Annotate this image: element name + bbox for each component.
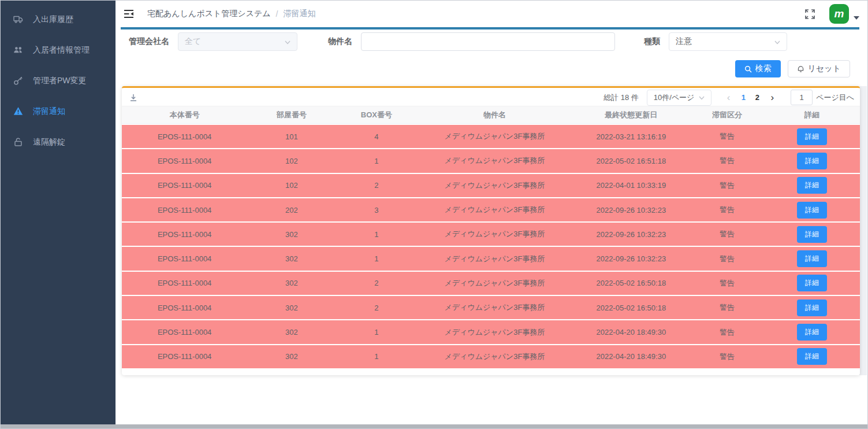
download-icon[interactable] bbox=[129, 93, 138, 102]
property-cell: メディウムジャパン3F事務所 bbox=[417, 302, 572, 313]
unlock-icon bbox=[13, 137, 23, 147]
sidebar-item-label: 遠隔解錠 bbox=[33, 137, 65, 147]
type-select[interactable]: 注意 bbox=[669, 32, 787, 51]
room-cell: 102 bbox=[247, 157, 336, 165]
detail-button[interactable]: 詳細 bbox=[797, 202, 827, 219]
unit-cell: EPOS-111-0004 bbox=[122, 279, 247, 287]
breadcrumb-root[interactable]: 宅配あんしんポスト管理システム bbox=[147, 9, 271, 19]
detail-button[interactable]: 詳細 bbox=[797, 153, 827, 169]
reset-button[interactable]: リセット bbox=[788, 60, 850, 77]
page-size-select[interactable]: 10件/ページ bbox=[647, 90, 711, 106]
sidebar-item-remote-unlock[interactable]: 遠隔解錠 bbox=[1, 127, 116, 157]
room-cell: 102 bbox=[247, 181, 336, 190]
detail-button[interactable]: 詳細 bbox=[797, 299, 827, 316]
category-cell: 警告 bbox=[690, 180, 764, 191]
room-cell: 101 bbox=[247, 132, 336, 141]
property-cell: メディウムジャパン3F事務所 bbox=[417, 180, 572, 191]
detail-button[interactable]: 詳細 bbox=[797, 275, 827, 291]
table-row: EPOS-111-0004 302 1 メディウムジャパン3F事務所 2022-… bbox=[122, 223, 860, 246]
property-input[interactable] bbox=[361, 32, 615, 51]
updated-cell: 2022-04-20 18:49:30 bbox=[572, 328, 690, 336]
property-cell: メディウムジャパン3F事務所 bbox=[417, 327, 572, 338]
sidebar-item-admin-pw-change[interactable]: 管理者PW変更 bbox=[1, 65, 116, 96]
column-header-updated: 最終状態更新日 bbox=[572, 110, 690, 120]
detail-button[interactable]: 詳細 bbox=[797, 324, 827, 341]
column-header-category: 滞留区分 bbox=[690, 110, 764, 120]
fullscreen-icon[interactable] bbox=[804, 9, 815, 20]
filter-actions: 検索 リセット bbox=[735, 60, 850, 77]
filter-bar: 管理会社名 全て 物件名 種類 注意 bbox=[129, 32, 850, 51]
property-label: 物件名 bbox=[328, 36, 352, 47]
detail-button[interactable]: 詳細 bbox=[797, 128, 827, 145]
sidebar-item-retention-notice[interactable]: 滞留通知 bbox=[1, 96, 116, 127]
category-cell: 警告 bbox=[690, 254, 764, 264]
sidebar-item-label: 入居者情報管理 bbox=[33, 45, 90, 56]
property-cell: メディウムジャパン3F事務所 bbox=[417, 131, 572, 142]
next-page-button[interactable]: › bbox=[764, 93, 780, 102]
chevron-down-icon bbox=[698, 94, 705, 101]
property-cell: メディウムジャパン3F事務所 bbox=[417, 278, 572, 289]
total-count: 総計 18 件 bbox=[603, 93, 639, 103]
room-cell: 202 bbox=[247, 206, 336, 214]
avatar-letter: m bbox=[835, 10, 844, 18]
scrollbar-track[interactable] bbox=[859, 86, 867, 375]
property-cell: メディウムジャパン3F事務所 bbox=[417, 205, 572, 215]
users-icon bbox=[13, 45, 23, 55]
chevron-down-icon[interactable] bbox=[854, 16, 859, 20]
column-header-unit: 本体番号 bbox=[122, 110, 247, 120]
sidebar-item-resident-info[interactable]: 入居者情報管理 bbox=[1, 35, 116, 65]
company-select[interactable]: 全て bbox=[178, 32, 297, 51]
room-cell: 302 bbox=[247, 254, 336, 263]
category-cell: 警告 bbox=[690, 131, 764, 142]
box-cell: 1 bbox=[336, 328, 418, 336]
search-button[interactable]: 検索 bbox=[735, 60, 781, 77]
card-toolbar: 総計 18 件 10件/ページ ‹ 1 2 › ページ目へ bbox=[122, 88, 860, 106]
room-cell: 302 bbox=[247, 230, 336, 239]
unit-cell: EPOS-111-0004 bbox=[122, 132, 247, 141]
topbar: 宅配あんしんポスト管理システム / 滞留通知 m bbox=[116, 1, 867, 27]
column-header-room: 部屋番号 bbox=[247, 110, 336, 120]
table-row: EPOS-111-0004 302 1 メディウムジャパン3F事務所 2022-… bbox=[122, 247, 860, 270]
table-row: EPOS-111-0004 302 1 メディウムジャパン3F事務所 2022-… bbox=[122, 320, 860, 343]
category-cell: 警告 bbox=[690, 302, 764, 313]
updated-cell: 2022-09-26 10:32:23 bbox=[572, 206, 690, 214]
sidebar: 入出庫履歴 入居者情報管理 管理者PW変更 bbox=[1, 1, 116, 424]
avatar[interactable]: m bbox=[829, 4, 849, 24]
app-window: 入出庫履歴 入居者情報管理 管理者PW変更 bbox=[0, 0, 868, 429]
category-cell: 警告 bbox=[690, 156, 764, 166]
search-icon bbox=[744, 65, 752, 73]
detail-button[interactable]: 詳細 bbox=[797, 177, 827, 194]
room-cell: 302 bbox=[247, 352, 336, 361]
page-number-1[interactable]: 1 bbox=[736, 93, 750, 102]
breadcrumb-separator: / bbox=[276, 9, 278, 19]
detail-button[interactable]: 詳細 bbox=[797, 250, 827, 267]
category-cell: 警告 bbox=[690, 278, 764, 289]
header-divider bbox=[121, 27, 859, 29]
table-row: EPOS-111-0004 101 4 メディウムジャパン3F事務所 2022-… bbox=[122, 125, 860, 148]
reset-button-label: リセット bbox=[808, 64, 841, 74]
box-cell: 2 bbox=[336, 304, 418, 312]
sidebar-item-label: 入出庫履歴 bbox=[33, 14, 73, 25]
unit-cell: EPOS-111-0004 bbox=[122, 328, 247, 336]
box-cell: 4 bbox=[336, 132, 418, 141]
sidebar-item-label: 滞留通知 bbox=[33, 106, 65, 117]
topbar-right: m bbox=[804, 4, 859, 24]
prev-page-button[interactable]: ‹ bbox=[721, 93, 737, 102]
box-cell: 1 bbox=[336, 254, 418, 263]
updated-cell: 2022-09-26 10:32:23 bbox=[572, 230, 690, 239]
sidebar-item-entry-exit-history[interactable]: 入出庫履歴 bbox=[1, 4, 116, 35]
table-row: EPOS-111-0004 102 2 メディウムジャパン3F事務所 2022-… bbox=[122, 174, 860, 197]
table-body: EPOS-111-0004 101 4 メディウムジャパン3F事務所 2022-… bbox=[122, 124, 860, 368]
property-cell: メディウムジャパン3F事務所 bbox=[417, 352, 572, 362]
detail-button[interactable]: 詳細 bbox=[797, 226, 827, 243]
page-jump-input[interactable] bbox=[791, 90, 813, 105]
updated-cell: 2022-04-01 10:33:19 bbox=[572, 181, 690, 190]
detail-button[interactable]: 詳細 bbox=[797, 348, 827, 365]
room-cell: 302 bbox=[247, 304, 336, 312]
page-number-2[interactable]: 2 bbox=[750, 93, 764, 102]
unit-cell: EPOS-111-0004 bbox=[122, 254, 247, 263]
menu-fold-icon[interactable] bbox=[123, 8, 135, 20]
results-card: 総計 18 件 10件/ページ ‹ 1 2 › ページ目へ 本体 bbox=[122, 86, 860, 375]
chevron-down-icon bbox=[774, 38, 781, 45]
unit-cell: EPOS-111-0004 bbox=[122, 157, 247, 165]
